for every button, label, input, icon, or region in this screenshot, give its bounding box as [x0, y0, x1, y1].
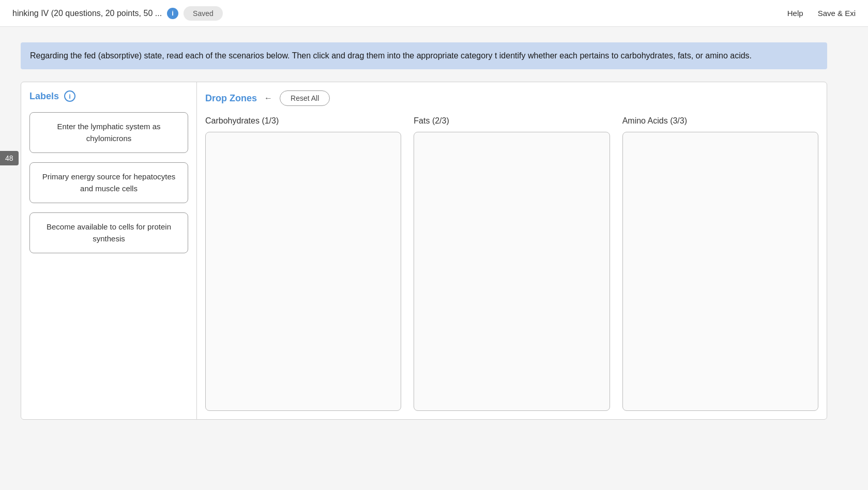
dropzone-amino-acids-box[interactable]: [622, 132, 818, 411]
labels-title: Labels: [29, 91, 59, 102]
arrow-icon: ←: [264, 94, 272, 103]
main-content: 48 Regarding the fed (absorptive) state,…: [0, 27, 868, 435]
dropzones-columns: Carbohydrates (1/3) Fats (2/3) Amino Aci…: [205, 116, 818, 411]
label-card-3[interactable]: Become available to cells for protein sy…: [29, 212, 188, 253]
dropzones-header: Drop Zones ← Reset All: [205, 90, 818, 106]
save-exit-link[interactable]: Save & Exi: [818, 9, 856, 18]
dropzones-title: Drop Zones: [205, 93, 257, 104]
labels-panel: Labels i Enter the lymphatic system as c…: [21, 82, 197, 419]
info-icon[interactable]: i: [167, 8, 178, 19]
drag-drop-container: Labels i Enter the lymphatic system as c…: [21, 82, 827, 420]
dropzone-amino-acids-label: Amino Acids (3/3): [622, 116, 818, 126]
labels-header: Labels i: [29, 90, 188, 102]
label-card-1[interactable]: Enter the lymphatic system as chylomicro…: [29, 112, 188, 153]
labels-info-icon[interactable]: i: [64, 90, 75, 102]
label-card-2[interactable]: Primary energy source for hepatocytes an…: [29, 162, 188, 203]
dropzone-fats-label: Fats (2/3): [414, 116, 610, 126]
reset-all-button[interactable]: Reset All: [280, 90, 330, 106]
dropzone-column-carbohydrates: Carbohydrates (1/3): [205, 116, 401, 411]
dropzone-column-fats: Fats (2/3): [414, 116, 610, 411]
saved-badge: Saved: [184, 6, 223, 21]
dropzone-fats-box[interactable]: [414, 132, 610, 411]
page-title: hinking IV (20 questions, 20 points, 50 …: [12, 9, 162, 18]
help-link[interactable]: Help: [787, 9, 803, 18]
dropzone-column-amino-acids: Amino Acids (3/3): [622, 116, 818, 411]
top-bar-left: hinking IV (20 questions, 20 points, 50 …: [12, 6, 223, 21]
instructions-text: Regarding the fed (absorptive) state, re…: [21, 42, 827, 69]
question-number: 48: [0, 151, 19, 165]
top-bar: hinking IV (20 questions, 20 points, 50 …: [0, 0, 868, 27]
top-bar-right: Help Save & Exi: [787, 9, 856, 18]
dropzone-carbohydrates-label: Carbohydrates (1/3): [205, 116, 401, 126]
dropzone-carbohydrates-box[interactable]: [205, 132, 401, 411]
dropzones-panel: Drop Zones ← Reset All Carbohydrates (1/…: [197, 82, 827, 419]
